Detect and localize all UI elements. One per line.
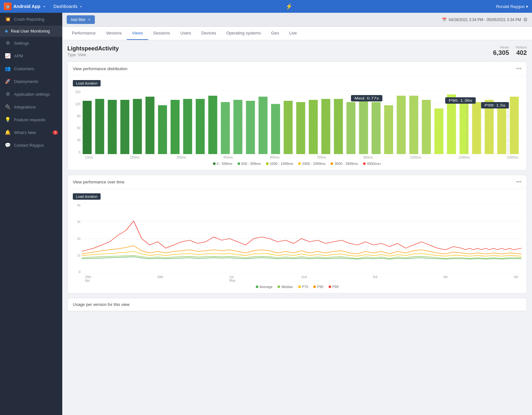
sidebar-item-real-user-monitoring[interactable]: Real User Monitoring xyxy=(0,26,62,37)
legend-median: Median xyxy=(277,285,293,289)
legend-dot-p99 xyxy=(329,285,331,288)
sidebar-item-deployments[interactable]: 🚀 Deployments xyxy=(0,75,62,88)
overtime-load-badge: Load duration xyxy=(73,193,101,200)
overtime-card-menu[interactable]: ••• xyxy=(516,179,521,185)
svg-rect-25 xyxy=(321,99,330,154)
app-name[interactable]: Android App xyxy=(13,4,40,9)
svg-text:P90: 1.36s: P90: 1.36s xyxy=(449,99,472,102)
views-stat: Views 6,305 xyxy=(493,45,509,56)
svg-rect-14 xyxy=(183,99,192,154)
dashboards-btn[interactable]: Dashboards ▾ xyxy=(53,4,82,9)
tab-devices[interactable]: Devices xyxy=(196,27,221,40)
overtime-card: View performance over time ••• Load dura… xyxy=(67,175,527,293)
tabs-bar: Performance Versions Views Sessions User… xyxy=(62,27,532,40)
distribution-card-body: Load duration 1501209060300 xyxy=(68,76,527,170)
overtime-card-body: Load duration 4s3s2s1s0 xyxy=(68,189,527,293)
svg-rect-23 xyxy=(296,102,305,154)
bar-chart-area: Med: 0.77s P90: 1.36s P99: 1.5s xyxy=(82,90,521,159)
sidebar-item-label: Settings xyxy=(14,41,29,46)
stats-block: Views 6,305 Visitors 402 xyxy=(493,45,527,56)
svg-rect-29 xyxy=(372,102,381,154)
distribution-card-title: View performance distribution xyxy=(73,66,127,71)
date-range[interactable]: 📅 04/28/2021 3:34 PM - 05/05/2021 3:34 P… xyxy=(442,17,528,23)
top-nav-user[interactable]: Ronald Raygun ▾ xyxy=(496,4,528,9)
svg-rect-20 xyxy=(259,97,268,154)
sidebar-item-apm[interactable]: 📈 APM xyxy=(0,49,62,62)
tab-live[interactable]: Live xyxy=(284,27,302,40)
sidebar-item-settings[interactable]: ⚙ Settings xyxy=(0,37,62,49)
legend-dot-3000-3999 xyxy=(331,162,333,165)
sidebar-item-crash-reporting[interactable]: 💥 Crash Reporting xyxy=(0,13,62,26)
svg-rect-7 xyxy=(95,99,104,154)
sidebar-item-whats-new[interactable]: 🔔 What's New 3 xyxy=(0,126,62,139)
svg-rect-16 xyxy=(208,96,217,154)
sidebar-item-customers[interactable]: 👥 Customers xyxy=(0,62,62,75)
page-title: LightspeedActivity xyxy=(67,45,119,52)
svg-rect-10 xyxy=(133,99,142,154)
sidebar: 💥 Crash Reporting Real User Monitoring ⚙… xyxy=(0,13,62,415)
overtime-card-title: View performance over time xyxy=(73,180,125,184)
svg-rect-37 xyxy=(472,102,481,154)
top-navigation: 🤖 Android App ▾ Dashboards ▾ ⚡ Ronald Ra… xyxy=(0,0,532,13)
svg-rect-19 xyxy=(246,101,255,154)
legend-dot-p90 xyxy=(313,285,316,288)
usage-version-card: Usage per version for this view xyxy=(67,298,527,311)
svg-rect-21 xyxy=(271,104,280,154)
calendar-icon: 📅 xyxy=(442,18,447,22)
legend-4000plus: 4000ms+ xyxy=(363,162,382,166)
add-filter-plus-icon: ＋ xyxy=(87,17,91,22)
page-header: LightspeedActivity Type: View Views 6,30… xyxy=(67,45,527,57)
filter-settings-icon[interactable]: ⚙ xyxy=(523,17,528,23)
rum-active-dot xyxy=(5,30,8,33)
sidebar-item-application-settings[interactable]: ⚙ Application settings xyxy=(0,88,62,100)
usage-card-header: Usage per version for this view xyxy=(68,298,527,311)
bar-chart-svg: Med: 0.77s P90: 1.36s P99: 1.5s xyxy=(82,90,521,154)
sidebar-item-label: Feature requests xyxy=(14,117,45,122)
bar-chart-container: 1501209060300 xyxy=(73,90,521,166)
tab-performance[interactable]: Performance xyxy=(67,27,101,40)
line-chart-svg xyxy=(82,204,521,274)
sidebar-item-feature-requests[interactable]: 💡 Feature requests xyxy=(0,113,62,126)
page-title-block: LightspeedActivity Type: View xyxy=(67,45,119,57)
distribution-card-menu[interactable]: ••• xyxy=(516,66,521,71)
bar-chart-x-labels: 13ms150ms300ms450ms600ms750ms900ms1050ms… xyxy=(82,156,521,159)
app-dropdown-arrow[interactable]: ▾ xyxy=(43,5,45,8)
legend-p99: P99 xyxy=(329,285,339,289)
add-filter-button[interactable]: Add filter ＋ xyxy=(67,15,95,24)
legend-2000-2999: 2000 - 2999ms xyxy=(298,162,325,166)
sidebar-item-contact[interactable]: 💬 Contact Raygun xyxy=(0,139,62,152)
svg-rect-39 xyxy=(497,102,506,154)
contact-icon: 💬 xyxy=(4,142,11,148)
tab-operating-systems[interactable]: Operating systems xyxy=(221,27,266,40)
top-nav-left: 🤖 Android App ▾ Dashboards ▾ xyxy=(4,3,82,10)
tab-geo[interactable]: Geo xyxy=(266,27,284,40)
whats-new-icon: 🔔 xyxy=(4,129,11,136)
tab-users[interactable]: Users xyxy=(175,27,196,40)
svg-text:Med: 0.77s: Med: 0.77s xyxy=(354,96,379,100)
line-chart-wrapper: 4s3s2s1s0 xyxy=(73,204,521,282)
tab-views[interactable]: Views xyxy=(127,27,148,40)
legend-dot-2000-2999 xyxy=(298,162,301,165)
app-icon: 🤖 xyxy=(4,3,11,10)
svg-rect-34 xyxy=(434,108,443,154)
svg-rect-33 xyxy=(422,100,431,154)
svg-rect-40 xyxy=(510,97,519,154)
legend-600-999: 600 - 999ms xyxy=(238,162,261,166)
distribution-card: View performance distribution ••• Load d… xyxy=(67,62,527,170)
crash-reporting-icon: 💥 xyxy=(4,16,11,22)
overtime-card-header: View performance over time ••• xyxy=(68,175,527,189)
top-nav-center-icon: ⚡ xyxy=(285,3,293,10)
tab-sessions[interactable]: Sessions xyxy=(148,27,175,40)
svg-rect-28 xyxy=(359,99,368,154)
legend-dot-1000-1999 xyxy=(266,162,269,165)
sidebar-item-integrations[interactable]: 🔌 Integrations xyxy=(0,100,62,113)
legend-average: Average xyxy=(256,285,273,289)
sidebar-item-label: Application settings xyxy=(14,92,50,97)
dashboards-dropdown-arrow: ▾ xyxy=(80,5,82,8)
tab-versions[interactable]: Versions xyxy=(101,27,127,40)
legend-3000-3999: 3000 - 3999ms xyxy=(331,162,358,166)
svg-rect-22 xyxy=(284,101,293,154)
legend-p90: P90 xyxy=(313,285,323,289)
legend-dot-average xyxy=(256,285,258,288)
svg-rect-36 xyxy=(460,99,468,154)
